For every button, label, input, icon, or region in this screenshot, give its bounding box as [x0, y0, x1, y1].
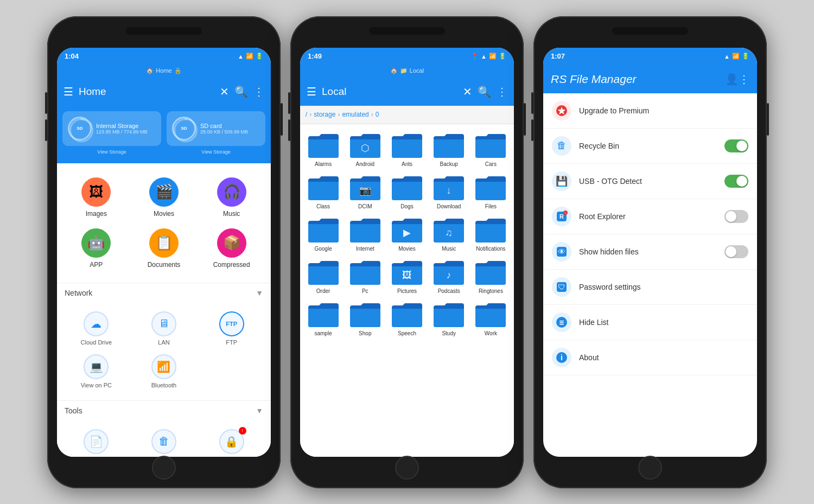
folder-item-dogs[interactable]: Dogs [387, 172, 427, 212]
folder-item-notifications[interactable]: Notifications [471, 214, 511, 254]
folder-item-dcim[interactable]: 📷 DCIM [345, 172, 385, 212]
cat-documents[interactable]: 📋 Documents [130, 223, 198, 274]
folder-item-internet[interactable]: Internet [345, 214, 385, 254]
settings-item-premium[interactable]: Upgrade to Premium [543, 93, 757, 129]
vol-up-btn-2[interactable] [288, 92, 290, 114]
toggle-trash[interactable] [724, 139, 748, 152]
folder-icon-shop [349, 301, 381, 328]
cat-compressed[interactable]: 📦 Compressed [198, 223, 265, 274]
cat-music[interactable]: 🎧 Music [198, 172, 265, 223]
home-btn-2[interactable] [395, 456, 419, 480]
folder-item-ants[interactable]: Ants [387, 130, 427, 170]
cat-app[interactable]: 🤖 APP [62, 223, 130, 274]
recycle-bin-item[interactable]: 🗑 Recycle Bin [130, 425, 198, 457]
folder-item-backup[interactable]: Backup [429, 130, 469, 170]
folder-item-ringtones[interactable]: Ringtones [471, 257, 511, 297]
more-icon[interactable]: ⋮ [253, 85, 264, 98]
lan-item[interactable]: 🖥 LAN [130, 307, 198, 350]
settings-item-password[interactable]: 🛡Password settings [543, 270, 757, 305]
settings-item-usb[interactable]: 💾USB - OTG Detect [543, 164, 757, 199]
internal-storage-card[interactable]: SD Internal Storage 123.85 MB / 774.89 M… [62, 111, 161, 155]
vol-down-btn[interactable] [45, 119, 47, 141]
folder-item-pictures[interactable]: 🖼 Pictures [387, 257, 427, 297]
settings-item-eye[interactable]: 👁Show hidden files [543, 234, 757, 270]
more-icon-2[interactable]: ⋮ [497, 85, 507, 98]
folder-icon-alarms [307, 132, 340, 159]
folder-item-files[interactable]: Files [471, 172, 511, 212]
view-internal-storage[interactable]: View Storage [62, 149, 161, 155]
folder-item-google[interactable]: Google [303, 214, 343, 254]
cat-images[interactable]: 🖼 Images [62, 172, 130, 223]
menu-icon-2[interactable]: ☰ [307, 85, 316, 98]
bc-emulated[interactable]: emulated [342, 111, 368, 118]
folder-label-ringtones: Ringtones [479, 288, 503, 295]
status-icons-1: ▲ 📶 🔋 [238, 53, 263, 60]
settings-item-trash[interactable]: 🗑Recycle Bin [543, 129, 757, 164]
search-icon-3[interactable]: 👤 [725, 73, 739, 86]
sd-info: SD card 28.00 KB / 509.99 MB [200, 123, 260, 135]
search-icon-2[interactable]: 🔍 [478, 85, 491, 98]
folder-item-music[interactable]: ♫ Music [429, 214, 469, 254]
vol-up-btn-3[interactable] [531, 92, 533, 114]
cat-movies[interactable]: 🎬 Movies [130, 172, 198, 223]
lock-nav-icon: 🔒 [174, 67, 182, 74]
lock-nav-icon-2: 📁 [400, 67, 408, 74]
network-section-header[interactable]: Network ▼ [57, 283, 271, 303]
cloud-drive-item[interactable]: ☁ Cloud Drive [62, 307, 130, 350]
close-icon[interactable]: ✕ [220, 85, 229, 98]
vol-down-btn-3[interactable] [531, 119, 533, 141]
home-nav-icon: 🏠 [146, 67, 154, 74]
folder-item-pc[interactable]: Pc [345, 257, 385, 297]
power-btn-3[interactable] [767, 103, 769, 136]
bc-storage[interactable]: storage [314, 111, 335, 118]
sd-storage-card[interactable]: SD SD card 28.00 KB / 509.99 MB View Sto… [167, 111, 265, 155]
svg-text:🛡: 🛡 [558, 283, 565, 291]
folder-item-shop[interactable]: Shop [345, 299, 385, 339]
bc-root[interactable]: / [306, 111, 307, 118]
folder-item-study[interactable]: Study [429, 299, 469, 339]
home-btn-1[interactable] [152, 456, 176, 480]
folder-item-class[interactable]: Class [303, 172, 343, 212]
folder-item-cars[interactable]: Cars [471, 130, 511, 170]
folder-item-sample[interactable]: sample [303, 299, 343, 339]
settings-item-info[interactable]: iAbout [543, 340, 757, 375]
folder-icon-dcim: 📷 [349, 174, 381, 201]
folder-item-android[interactable]: ⬡ Android [345, 130, 385, 170]
vol-down-btn-2[interactable] [288, 119, 290, 141]
menu-icon[interactable]: ☰ [63, 85, 73, 98]
power-btn-2[interactable] [524, 103, 526, 136]
toggle-root[interactable] [724, 210, 748, 223]
close-icon-2[interactable]: ✕ [463, 85, 472, 98]
settings-item-list[interactable]: Hide List [543, 305, 757, 340]
logger-item[interactable]: 📄 Logger [62, 425, 130, 457]
settings-item-root[interactable]: R!Root Explorer [543, 199, 757, 234]
folder-item-work[interactable]: Work [471, 299, 511, 339]
power-btn[interactable] [281, 103, 283, 136]
view-on-pc-icon: 💻 [84, 354, 109, 379]
sd-storage-circle: SD [172, 117, 196, 141]
bluetooth-item[interactable]: 📶 Bluetooth [130, 350, 198, 393]
folder-item-movies[interactable]: ▶ Movies [387, 214, 427, 254]
home-btn-3[interactable] [638, 456, 662, 480]
ftp-item[interactable]: FTP FTP [198, 307, 265, 350]
bc-0[interactable]: 0 [376, 111, 379, 118]
folder-label-work: Work [485, 330, 497, 337]
toggle-usb[interactable] [724, 175, 748, 188]
more-icon-3[interactable]: ⋮ [739, 73, 749, 86]
vol-up-btn[interactable] [45, 92, 47, 114]
tools-section-header[interactable]: Tools ▼ [57, 400, 271, 420]
search-icon[interactable]: 🔍 [234, 85, 248, 98]
view-sd-storage[interactable]: View Storage [167, 149, 265, 155]
folder-icon-backup [433, 132, 465, 159]
settings-label-eye: Show hidden files [579, 247, 717, 256]
svg-text:R: R [559, 213, 564, 220]
folder-item-speech[interactable]: Speech [387, 299, 427, 339]
folder-item-alarms[interactable]: Alarms [303, 130, 343, 170]
settings-label-root: Root Explorer [579, 212, 717, 221]
folder-item-order[interactable]: Order [303, 257, 343, 297]
view-on-pc-item[interactable]: 💻 View on PC [62, 350, 130, 393]
folder-item-podcasts[interactable]: ♪ Podcasts [429, 257, 469, 297]
toggle-eye[interactable] [724, 245, 748, 258]
encrypted-item[interactable]: 🔒 ! Encrypted [198, 425, 265, 457]
folder-item-download[interactable]: ↓ Download [429, 172, 469, 212]
